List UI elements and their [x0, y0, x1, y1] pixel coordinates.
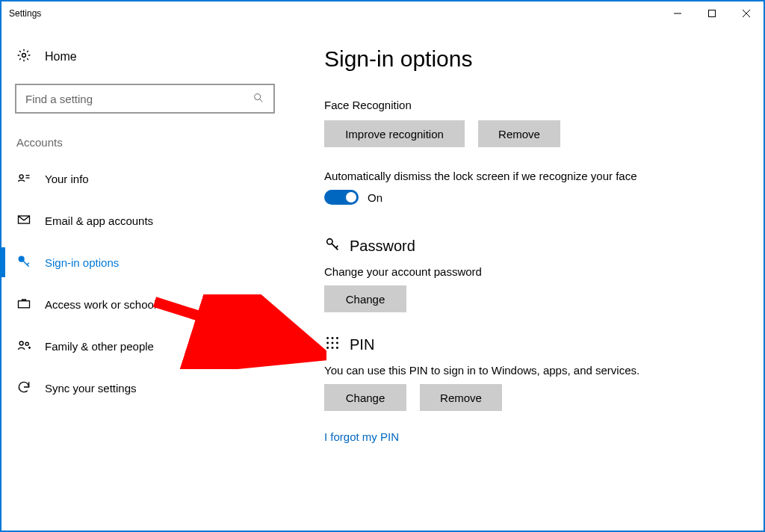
password-description: Change your account password [324, 265, 741, 278]
window-title: Settings [9, 8, 41, 19]
remove-face-button[interactable]: Remove [478, 120, 560, 147]
sidebar-item-access-work-school[interactable]: Access work or school [1, 283, 285, 325]
svg-point-23 [332, 337, 334, 339]
svg-point-22 [326, 337, 329, 339]
person-card-icon [16, 170, 31, 188]
search-icon [253, 92, 264, 106]
search-placeholder: Find a setting [25, 93, 253, 105]
titlebar: Settings [1, 1, 764, 25]
minimize-button[interactable] [660, 2, 695, 25]
svg-point-25 [326, 342, 329, 344]
sidebar-item-label: Access work or school [45, 298, 156, 311]
sidebar-item-label: Family & other people [45, 340, 154, 353]
svg-line-6 [260, 99, 263, 102]
svg-point-30 [336, 347, 338, 349]
search-input[interactable]: Find a setting [15, 84, 275, 114]
svg-rect-14 [19, 300, 30, 307]
forgot-pin-link[interactable]: I forgot my PIN [324, 430, 399, 443]
face-recognition-heading: Face Recognition [324, 99, 741, 111]
svg-point-29 [332, 347, 334, 349]
change-password-button[interactable]: Change [324, 285, 406, 312]
gear-icon [16, 48, 31, 66]
main-pane: Sign-in options Face Recognition Improve… [285, 25, 764, 531]
svg-line-13 [27, 262, 28, 265]
svg-point-27 [336, 342, 338, 344]
sidebar-item-your-info[interactable]: Your info [1, 158, 285, 200]
svg-point-5 [255, 93, 261, 99]
key-icon [324, 236, 341, 256]
home-label: Home [45, 50, 77, 64]
sidebar-item-label: Sign-in options [45, 256, 119, 269]
sidebar-item-signin-options[interactable]: Sign-in options [1, 241, 285, 283]
sidebar: Home Find a setting Accounts You [1, 25, 285, 531]
key-icon [16, 254, 31, 271]
password-section-heading: Password [324, 236, 741, 256]
sync-icon [16, 380, 31, 397]
svg-line-21 [336, 246, 338, 248]
mail-icon [16, 212, 31, 229]
toggle-state-label: On [368, 191, 382, 204]
svg-point-24 [336, 337, 338, 339]
svg-point-26 [332, 342, 334, 344]
people-icon [16, 338, 31, 355]
improve-recognition-button[interactable]: Improve recognition [324, 120, 465, 147]
maximize-button[interactable] [695, 2, 729, 25]
close-button[interactable] [729, 2, 764, 25]
sidebar-item-label: Email & app accounts [45, 214, 153, 227]
svg-point-4 [22, 54, 26, 58]
svg-rect-1 [709, 10, 716, 17]
svg-point-15 [19, 341, 23, 345]
briefcase-icon [16, 296, 31, 313]
sidebar-item-label: Your info [45, 173, 89, 185]
sidebar-section-label: Accounts [1, 136, 285, 158]
svg-point-19 [327, 239, 332, 244]
auto-dismiss-description: Automatically dismiss the lock screen if… [324, 170, 741, 182]
settings-window: Settings Home [0, 0, 765, 532]
svg-point-28 [326, 347, 329, 349]
pin-description: You can use this PIN to sign in to Windo… [324, 364, 741, 377]
svg-point-7 [19, 174, 23, 178]
pin-heading-text: PIN [350, 336, 374, 353]
sidebar-item-sync-settings[interactable]: Sync your settings [1, 367, 285, 409]
remove-pin-button[interactable]: Remove [420, 384, 502, 411]
sidebar-item-label: Sync your settings [45, 382, 137, 395]
home-nav[interactable]: Home [1, 48, 285, 84]
auto-dismiss-toggle[interactable] [324, 190, 359, 205]
sidebar-item-email-accounts[interactable]: Email & app accounts [1, 200, 285, 241]
page-title: Sign-in options [324, 46, 741, 72]
pin-section-heading: PIN [324, 335, 741, 355]
sidebar-item-family-people[interactable]: Family & other people [1, 325, 285, 367]
password-heading-text: Password [350, 238, 415, 255]
svg-point-16 [25, 342, 28, 345]
svg-point-11 [19, 256, 24, 262]
change-pin-button[interactable]: Change [324, 384, 406, 411]
pin-pad-icon [324, 335, 341, 355]
